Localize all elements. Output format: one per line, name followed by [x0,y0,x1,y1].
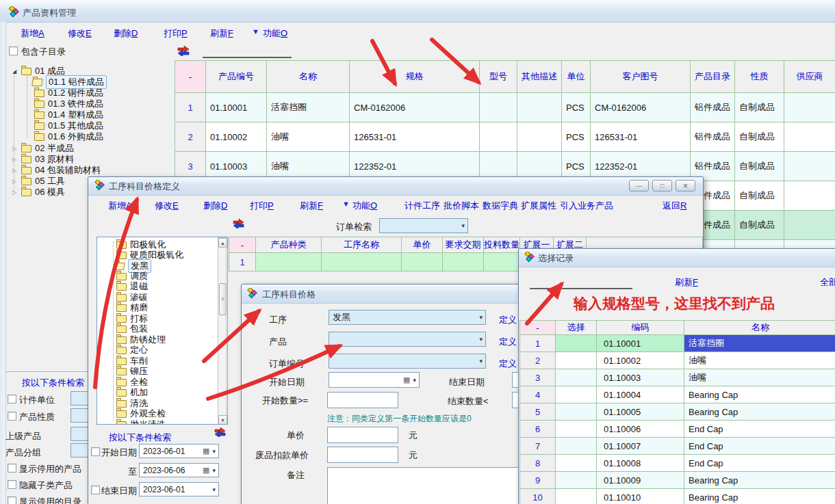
remark-textarea[interactable] [327,467,521,504]
toolbar-new-button[interactable]: 新增A [21,27,44,40]
start-date-input[interactable]: 2023-06-01▦▾ [139,444,219,458]
cell[interactable]: 自制成品 [735,122,784,152]
tree-item-03[interactable]: ▷03 原材料 [11,154,74,165]
cell[interactable] [784,93,835,122]
cell[interactable]: 油嘴 [267,122,350,152]
record-row[interactable]: 8 01.10008 End Cap [520,455,835,472]
combo-arrow-icon[interactable]: ▾ [476,358,485,364]
dlg-refresh-button[interactable]: 刷新F [300,200,323,212]
calendar-icon[interactable]: ▦ [203,466,209,475]
record-row[interactable]: 3 01.10003 油嘴 [520,369,835,386]
scrap-price-input[interactable] [327,447,398,463]
code-cell[interactable]: 01.10005 [597,403,684,421]
tree-item-04[interactable]: ▷04 包装辅助材料 [11,165,101,176]
record-row[interactable]: 4 01.10004 Bearing Cap [520,386,835,403]
select-cell[interactable] [556,421,597,438]
cell[interactable]: 自制成品 [735,211,784,240]
toolbar-delete-button[interactable]: 删除D [114,27,138,40]
date-dropdown-icon[interactable]: ▾ [209,448,218,455]
process-item[interactable]: 铆压 [116,366,148,377]
order-search-combo[interactable]: ▾ [379,218,468,233]
row-number[interactable]: 9 [520,472,556,489]
toolbar-function-button[interactable]: 功能O [263,27,287,40]
tree-item-01-2[interactable]: 01.2 铜件成品 [34,88,103,98]
cell[interactable] [480,93,517,122]
cell[interactable]: 01.10002 [206,122,267,152]
select-cell[interactable] [556,438,597,455]
scroll-up-button[interactable]: ▲ [218,238,227,248]
cell[interactable] [784,211,835,240]
collapsed-icon[interactable]: ▷ [11,157,18,163]
order-combo[interactable]: ▾ [329,354,486,369]
combo-arrow-icon[interactable]: ▾ [476,336,485,343]
code-cell[interactable]: 01.10004 [597,386,684,403]
start-date-checkbox[interactable] [91,447,100,456]
order-define-link[interactable]: 定义 [499,358,517,370]
row-number[interactable]: 2 [175,122,206,152]
calendar-icon[interactable]: ▦ [403,375,410,384]
date-dropdown-icon[interactable]: ▾ [209,467,218,474]
row-number[interactable]: 3 [520,369,556,386]
cell[interactable] [443,253,484,271]
process-define-link[interactable]: 定义 [499,314,517,326]
record-row[interactable]: 10 01.10010 Bearing Cap [520,489,835,504]
code-cell[interactable]: 01.10008 [597,455,684,472]
name-cell[interactable]: Bearing Cap [684,472,835,489]
tree-item-02[interactable]: ▷02 半成品 [11,143,74,154]
select-all-link[interactable]: 全部 [820,276,835,289]
select-cell[interactable] [556,455,597,472]
cell[interactable] [784,181,835,211]
product-combo[interactable]: ▾ [329,332,486,347]
select-cell[interactable] [556,403,597,421]
dlg-delete-button[interactable]: 删除D [203,200,227,212]
cell[interactable]: 126531-01 [591,122,691,152]
date-dropdown-icon[interactable]: ▾ [410,377,419,384]
price-script-button[interactable]: 批价脚本 [444,200,479,212]
dlg-edit-button[interactable]: 修改E [155,200,179,212]
name-cell[interactable]: 油嘴 [684,369,835,386]
scroll-down-button[interactable]: ▼ [218,415,227,425]
record-row[interactable]: 7 01.10007 End Cap [520,438,835,455]
select-cell[interactable] [556,489,597,504]
expanded-icon[interactable]: ◢ [11,68,18,75]
show-disabled-dir-checkbox[interactable] [8,496,16,504]
select-cell[interactable] [556,369,597,386]
cell[interactable]: 自制成品 [735,152,784,181]
row-number[interactable]: 5 [520,403,556,421]
unit-checkbox[interactable] [8,395,16,403]
cell[interactable] [256,253,322,271]
select-cell[interactable] [556,472,597,489]
cell[interactable] [784,122,835,152]
record-row[interactable]: 5 01.10005 Bearing Cap [520,403,835,421]
hide-sub-checkbox[interactable] [8,480,16,489]
nature-checkbox[interactable] [8,412,16,421]
toolbar-refresh-button[interactable]: 刷新F [210,27,233,40]
swap-icon[interactable] [232,218,245,228]
quick-search-input[interactable] [203,48,292,58]
name-cell[interactable]: End Cap [684,438,835,455]
name-cell[interactable]: 油嘴 [684,352,835,369]
code-cell[interactable]: 01.10001 [597,335,684,352]
product-define-link[interactable]: 定义 [499,336,517,348]
name-cell[interactable]: Bearing Cap [684,403,835,421]
code-cell[interactable]: 01.10003 [597,369,684,386]
cell[interactable] [484,253,520,271]
tree-item-01-5[interactable]: 01.5 其他成品 [34,120,103,131]
process-item[interactable]: 包装 [116,323,148,334]
collapsed-icon[interactable]: ▷ [11,178,18,185]
toolbar-edit-button[interactable]: 修改E [68,27,92,40]
dlg-print-button[interactable]: 打印P [250,200,274,212]
tree-item-01-1[interactable]: 01.1 铝件成品 [32,77,107,88]
combo-arrow-icon[interactable]: ▾ [459,222,467,229]
start-date-input[interactable]: ▦▾ [329,372,420,388]
extended-attr-button[interactable]: 扩展属性 [521,200,556,212]
calendar-icon[interactable]: ▦ [203,447,209,455]
row-number[interactable]: 6 [520,421,556,438]
maximize-button[interactable]: □ [652,180,672,191]
combo-arrow-icon[interactable]: ▾ [476,314,485,321]
tree-item-01-6[interactable]: 01.6 外购成品 [34,131,103,142]
name-cell[interactable]: End Cap [684,455,835,472]
tree-item-06[interactable]: ▷06 模具 [11,187,65,198]
data-dictionary-button[interactable]: 数据字典 [483,200,518,212]
tree-item-05[interactable]: ▷05 工具 [11,176,65,187]
